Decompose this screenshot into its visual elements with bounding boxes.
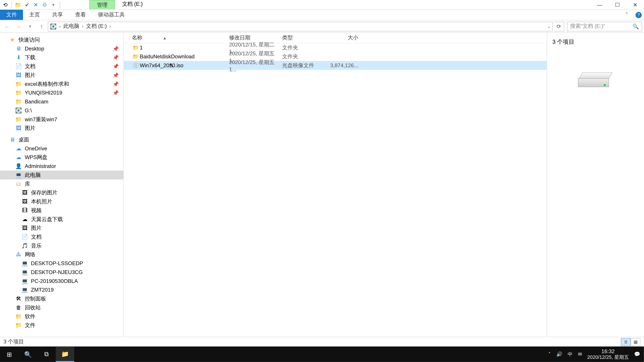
explorer-taskbar-button[interactable]: 📁 bbox=[56, 347, 74, 362]
ribbon-collapse-icon[interactable]: ˄ bbox=[620, 10, 633, 20]
file-row-selected[interactable]: 💿 Win7x64_2020.iso 2020/12/25, 星期五 1... … bbox=[124, 61, 546, 70]
close-button[interactable]: ✕ bbox=[626, 0, 644, 9]
tree-item-folder[interactable]: 📁win7重装win7 bbox=[0, 115, 124, 124]
tree-item-net-pc[interactable]: 💻DESKTOP-LSSOEDP bbox=[0, 259, 124, 268]
chevron-right-icon[interactable]: › bbox=[82, 24, 84, 29]
tree-item-lib[interactable]: 🖼保存的图片 bbox=[0, 188, 124, 197]
tree-item-drive[interactable]: 💽G:\ bbox=[0, 106, 124, 115]
status-text: 3 个项目 bbox=[4, 338, 24, 346]
check-icon[interactable]: ✔ bbox=[24, 1, 30, 8]
cloud-icon: ☁ bbox=[15, 145, 22, 152]
tree-item-wps[interactable]: ☁WPS网盘 bbox=[0, 153, 124, 162]
tree-item-pictures[interactable]: 🖼图片📌 bbox=[0, 71, 124, 80]
column-type[interactable]: 类型 bbox=[282, 34, 326, 41]
search-button[interactable]: 🔍 bbox=[18, 347, 37, 362]
tree-item-folder[interactable]: 📁软件 bbox=[0, 312, 124, 321]
tree-item-net-pc[interactable]: 💻PC-20190530OBLA bbox=[0, 277, 124, 286]
start-button[interactable]: ⊞ bbox=[0, 347, 18, 362]
tree-item-lib[interactable]: 🎵音乐 bbox=[0, 241, 124, 250]
details-pane: 3 个项目 bbox=[546, 33, 644, 337]
tree-item-lib[interactable]: 🎞视频 bbox=[0, 206, 124, 215]
pc-icon: 💻 bbox=[15, 172, 22, 178]
tree-item-this-pc[interactable]: 💻此电脑 bbox=[0, 171, 124, 179]
pin-icon: 📌 bbox=[113, 46, 119, 51]
tree-item-lib[interactable]: ☁天翼云盘下载 bbox=[0, 215, 124, 224]
task-view-button[interactable]: ⧉ bbox=[37, 347, 56, 362]
minimize-button[interactable]: — bbox=[591, 0, 608, 9]
history-dropdown[interactable]: ▾ bbox=[25, 21, 36, 31]
crumb-drive[interactable]: 文档 (E:) bbox=[86, 22, 107, 30]
tab-share[interactable]: 共享 bbox=[46, 10, 69, 20]
desktop-icon: 🖥 bbox=[15, 45, 22, 52]
tree-item-lib[interactable]: 📄文档 bbox=[0, 232, 124, 241]
file-row[interactable]: 📁 BaiduNetdiskDownload 2020/12/25, 星期五 1… bbox=[124, 52, 546, 61]
tree-item-downloads[interactable]: ⬇下载📌 bbox=[0, 53, 124, 62]
tab-home[interactable]: 主页 bbox=[23, 10, 46, 20]
tree-item-folder[interactable]: 📁Bandicam bbox=[0, 97, 124, 106]
folder-icon: 📁 bbox=[132, 53, 140, 60]
document-icon: 📄 bbox=[21, 234, 28, 240]
tab-view[interactable]: 查看 bbox=[69, 10, 92, 20]
tree-item-onedrive[interactable]: ☁OneDrive bbox=[0, 144, 124, 153]
view-details-button[interactable]: ≣ bbox=[621, 338, 630, 346]
refresh-button[interactable]: ⟳ bbox=[554, 21, 564, 31]
file-row[interactable]: 📁 1 2020/12/15, 星期二 1... 文件夹 bbox=[124, 43, 546, 52]
tree-item-libraries[interactable]: 🗂库 bbox=[0, 179, 124, 188]
tree-item-desktop[interactable]: 🖥Desktop📌 bbox=[0, 44, 124, 53]
crumb-this-pc[interactable]: 此电脑 bbox=[64, 22, 79, 30]
network-icon: 🖧 bbox=[15, 251, 22, 258]
forward-button[interactable]: → bbox=[13, 21, 24, 31]
back-small-icon[interactable]: ⟲ bbox=[2, 1, 9, 8]
column-name[interactable]: 名称▲ bbox=[132, 34, 229, 41]
action-center-icon[interactable]: 💬 bbox=[634, 351, 640, 357]
address-bar[interactable]: 💽 › 此电脑 › 文档 (E:) › ⌄ bbox=[48, 21, 553, 31]
tree-label: 保存的图片 bbox=[31, 189, 58, 196]
file-name: 1 bbox=[140, 44, 229, 51]
tree-item-lib[interactable]: 🖼图片 bbox=[0, 224, 124, 232]
tree-item-control-panel[interactable]: 🛠控制面板 bbox=[0, 294, 124, 303]
view-icons-button[interactable]: ▦ bbox=[630, 338, 640, 346]
context-tab-manage[interactable]: 管理 bbox=[90, 0, 115, 9]
tree-item-folder[interactable]: 📁YUNQISHI2019📌 bbox=[0, 88, 124, 97]
tree-item-folder[interactable]: 📁文件 bbox=[0, 321, 124, 330]
search-input[interactable]: 搜索"文档 (E:)" 🔍 bbox=[567, 21, 642, 31]
up-button[interactable]: ↑ bbox=[36, 21, 47, 31]
tree-item-user[interactable]: 👤Administrator bbox=[0, 162, 124, 171]
maximize-button[interactable]: ☐ bbox=[608, 0, 626, 9]
close-blue-icon[interactable]: ✕ bbox=[32, 1, 40, 8]
tab-drive-tools[interactable]: 驱动器工具 bbox=[92, 10, 131, 20]
folder-icon: 📁 bbox=[15, 81, 22, 87]
chevron-right-icon[interactable]: › bbox=[109, 24, 111, 29]
help-button[interactable]: ? bbox=[633, 10, 644, 20]
tree-item-lib[interactable]: 🖼本机照片 bbox=[0, 197, 124, 206]
tree-item-net-pc[interactable]: 💻DESKTOP-NJEU3CG bbox=[0, 268, 124, 277]
pin-icon: 📌 bbox=[113, 72, 119, 78]
tree-item-documents[interactable]: 📄文档📌 bbox=[0, 62, 124, 71]
clock[interactable]: 16:32 2020/12/25, 星期五 bbox=[587, 348, 629, 360]
drive-icon: 💽 bbox=[15, 107, 22, 114]
back-button[interactable]: ← bbox=[2, 21, 12, 31]
tree-item-recycle[interactable]: 🗑回收站 bbox=[0, 303, 124, 312]
qat-dropdown-icon[interactable]: ▾ bbox=[50, 1, 57, 8]
ime-indicator[interactable]: 中 bbox=[568, 351, 572, 358]
chevron-right-icon[interactable]: › bbox=[59, 24, 61, 29]
tree-label: 下载 bbox=[25, 54, 36, 61]
gear-icon[interactable]: ⚙ bbox=[41, 1, 48, 8]
tree-item-pictures[interactable]: 🖼图片 bbox=[0, 124, 124, 133]
music-icon: 🎵 bbox=[21, 243, 28, 249]
tree-item-network[interactable]: 🖧网络 bbox=[0, 250, 124, 259]
notification-icon[interactable]: ✉ bbox=[578, 351, 582, 357]
tray-chevron-up-icon[interactable]: ˄ bbox=[548, 351, 551, 357]
column-date[interactable]: 修改日期 bbox=[229, 34, 282, 41]
tree-item-net-pc[interactable]: 💻ZMT2019 bbox=[0, 286, 124, 295]
tree-quick-access[interactable]: ★ 快速访问 bbox=[0, 35, 124, 44]
tree-item-folder[interactable]: 📁excel表格制作求和📌 bbox=[0, 80, 124, 88]
address-dropdown-icon[interactable]: ⌄ bbox=[547, 24, 550, 29]
volume-icon[interactable]: 🔊 bbox=[556, 351, 562, 357]
folder-icon[interactable]: 📁 bbox=[14, 1, 22, 8]
navigation-tree[interactable]: ★ 快速访问 🖥Desktop📌 ⬇下载📌 📄文档📌 🖼图片📌 📁excel表格… bbox=[0, 33, 124, 337]
tree-label: 图片 bbox=[25, 71, 36, 79]
column-size[interactable]: 大小 bbox=[326, 34, 362, 41]
tab-file[interactable]: 文件 bbox=[0, 10, 23, 20]
tree-desktop-root[interactable]: 🖥桌面 bbox=[0, 135, 124, 144]
